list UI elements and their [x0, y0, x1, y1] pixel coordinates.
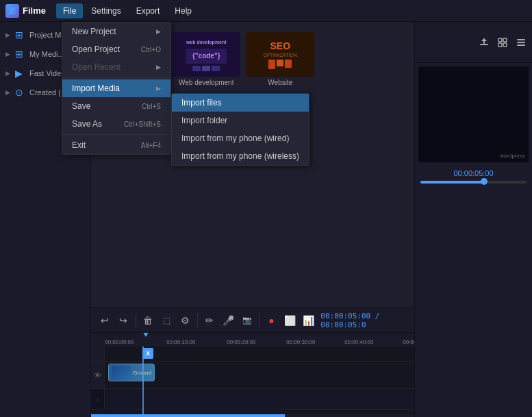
import-folder-item[interactable]: Import folder	[172, 112, 309, 129]
submenu-arrow: ▶	[156, 28, 161, 35]
svg-rect-8	[503, 38, 507, 42]
pen-button[interactable]: ✏	[203, 312, 216, 329]
menu-file[interactable]: File	[56, 3, 83, 18]
app-name: Filme	[23, 5, 46, 16]
progress-area	[415, 181, 532, 184]
svg-rect-2	[10, 10, 13, 12]
track-eye-icon[interactable]: 👁	[94, 371, 101, 379]
progress-fill	[420, 181, 484, 184]
delete-button[interactable]: 🗑	[141, 312, 154, 329]
track-row-3: ♪	[91, 389, 414, 409]
app-icon	[5, 4, 19, 18]
import-submenu: Import files Import folder Import from m…	[171, 93, 309, 166]
playback-progress[interactable]	[420, 181, 527, 184]
separator	[62, 134, 170, 135]
audio-icon: ♪	[97, 396, 100, 403]
menu-exit[interactable]: Exit Alt+F4	[62, 136, 170, 154]
arrow-icon: ▶	[5, 89, 10, 96]
ruler-mark-1: 00:00:10:00	[166, 339, 195, 346]
thumb-web-dev: web development {"code"}	[172, 32, 240, 77]
ruler-mark-5: 00:00:50:00	[403, 339, 414, 346]
menu-new-project[interactable]: New Project ▶	[62, 23, 170, 40]
track-left-2: 👁	[91, 362, 105, 388]
cursor-marker: X	[142, 348, 153, 359]
import-phone-wireless-item[interactable]: Import from my phone (wireless)	[172, 147, 309, 165]
circle-icon: ⊙	[15, 87, 26, 98]
svg-rect-3	[10, 12, 14, 14]
grid-icon: ⊞	[15, 49, 26, 60]
camera-button[interactable]: 📷	[240, 312, 253, 329]
timeline-tracks: X 👁	[91, 346, 414, 417]
divider	[197, 314, 198, 327]
timeline-ruler: 00:00:00:00 00:00:10:00 00:00:20:00 00:0…	[91, 333, 414, 346]
scrollbar-fill	[91, 414, 285, 417]
sidebar-label-my-media: My Medi...	[29, 50, 64, 58]
thumb-website: SEO OPTIMIZATION	[246, 32, 314, 77]
timeline-toolbar: ↩ ↪ 🗑 ⬚ ⚙ ✏ 🎤 📷 ● ⬜ 📊 00:00:05:00 / 00:0…	[91, 308, 414, 333]
grid-icon: ⊞	[15, 29, 26, 40]
chart-button[interactable]: 📊	[302, 312, 315, 329]
menu-export[interactable]: Export	[129, 3, 167, 18]
progress-handle[interactable]	[481, 178, 487, 185]
track-row-2: 👁 Ground...	[91, 362, 414, 389]
svg-rect-13	[517, 45, 525, 46]
grid-view-icon[interactable]	[495, 35, 510, 50]
arrow-icon: ▶	[5, 31, 10, 38]
menu-help[interactable]: Help	[168, 3, 199, 18]
arrow-icon: ▶	[5, 70, 10, 77]
menu-save[interactable]: Save Ctrl+S	[62, 97, 170, 115]
svg-rect-9	[498, 43, 502, 47]
svg-marker-6	[481, 38, 487, 41]
ruler-mark-4: 00:00:40:00	[344, 339, 373, 346]
time-display: 00:00:05:00	[415, 166, 532, 181]
import-phone-wired-item[interactable]: Import from my phone (wired)	[172, 129, 309, 147]
track-content-2[interactable]: Ground...	[105, 362, 414, 388]
menu-save-as[interactable]: Save As Ctrl+Shift+S	[62, 115, 170, 133]
titlebar: Filme File Settings Export Help	[0, 0, 532, 22]
submenu-arrow: ▶	[156, 64, 161, 71]
wordpress-label: wordpress	[500, 153, 525, 159]
svg-rect-11	[517, 39, 525, 40]
menu-import-media[interactable]: Import Media ▶	[62, 79, 170, 97]
mic-button[interactable]: 🎤	[222, 312, 235, 329]
ruler-mark-0: 00:00:00:00	[105, 339, 134, 346]
menu-settings[interactable]: Settings	[84, 3, 127, 18]
list-view-icon[interactable]	[514, 35, 529, 50]
playhead-indicator	[142, 333, 149, 337]
undo-button[interactable]: ↩	[98, 312, 111, 329]
track-row-1: X	[91, 346, 414, 362]
upload-icon[interactable]	[477, 35, 492, 50]
ruler-mark-3: 00:00:30:00	[286, 339, 315, 346]
file-menu-dropdown: New Project ▶ Open Project Ctrl+O Open R…	[62, 22, 171, 155]
track-content-1[interactable]: X	[105, 346, 414, 361]
divider	[136, 314, 136, 327]
menu-open-project[interactable]: Open Project Ctrl+O	[62, 40, 170, 58]
video-clip[interactable]: Ground...	[108, 364, 155, 381]
svg-rect-4	[480, 44, 488, 45]
svg-rect-7	[498, 38, 502, 42]
right-panel-top	[415, 22, 532, 63]
preview-window: wordpress	[418, 66, 529, 162]
import-files-item[interactable]: Import files	[172, 94, 309, 112]
track-content-3[interactable]	[105, 389, 414, 409]
crop-button[interactable]: ⬜	[283, 312, 296, 329]
arrow-icon: ▶	[5, 51, 10, 58]
menu-open-recent: Open Recent ▶	[62, 58, 170, 76]
right-panel: wordpress 00:00:05:00	[414, 22, 532, 417]
scrollbar[interactable]	[91, 414, 414, 417]
track-left-3: ♪	[91, 389, 105, 409]
submenu-arrow: ▶	[156, 85, 161, 92]
media-label-website: Website	[268, 79, 292, 86]
divider	[259, 314, 259, 327]
record-button[interactable]: ●	[265, 312, 278, 329]
media-item-website[interactable]: SEO OPTIMIZATION Website	[246, 32, 314, 86]
ruler-mark-2: 00:00:20:00	[227, 339, 255, 346]
svg-rect-1	[10, 8, 15, 10]
svg-rect-12	[517, 42, 525, 43]
media-item-web-dev[interactable]: web development {"code"} Web developmen	[172, 32, 240, 86]
play-icon: ▶	[15, 68, 26, 79]
trim-button[interactable]: ⬚	[160, 312, 173, 329]
redo-button[interactable]: ↪	[116, 312, 129, 329]
split-button[interactable]: ⚙	[179, 312, 192, 329]
svg-rect-10	[503, 43, 507, 47]
